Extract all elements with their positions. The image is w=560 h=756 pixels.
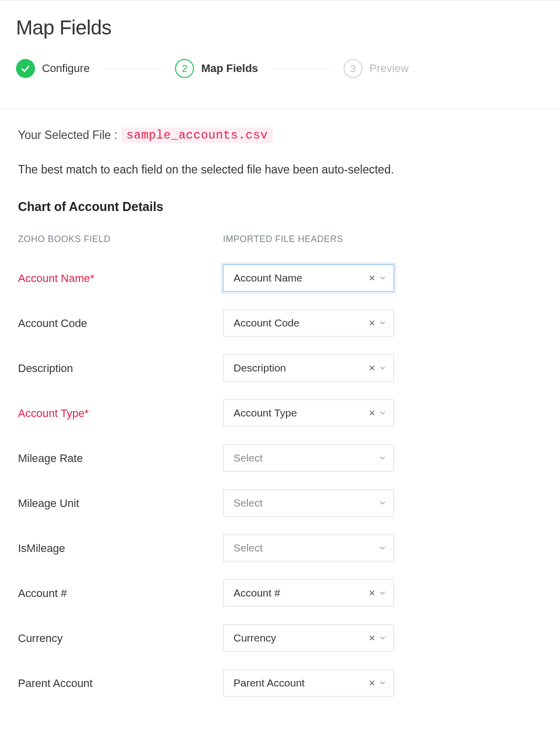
field-row: Mileage UnitSelect: [18, 490, 542, 516]
chevron-down-icon: [378, 499, 386, 507]
select-value: Description: [234, 362, 368, 374]
select-icons: ✕: [368, 273, 386, 284]
step-label: Map Fields: [201, 62, 258, 75]
stepper: Configure 2 Map Fields 3 Preview: [16, 59, 544, 78]
step-configure[interactable]: Configure: [16, 59, 90, 78]
clear-icon[interactable]: ✕: [368, 633, 376, 644]
field-label: Description: [18, 361, 223, 375]
field-select[interactable]: Select: [223, 490, 394, 516]
field-row: Account Name*Account Name✕: [18, 264, 542, 292]
clear-icon[interactable]: ✕: [368, 363, 376, 374]
chevron-down-icon: [378, 634, 386, 642]
columns-header: ZOHO BOOKS FIELD IMPORTED FILE HEADERS: [18, 234, 542, 244]
clear-icon[interactable]: ✕: [368, 318, 376, 328]
select-value: Account #: [234, 587, 368, 599]
field-select[interactable]: Account Code✕: [223, 310, 394, 336]
column-header-right: IMPORTED FILE HEADERS: [223, 234, 343, 244]
field-select[interactable]: Select: [223, 534, 394, 562]
select-value: Select: [234, 497, 378, 509]
field-row: Account #Account #✕: [18, 580, 542, 606]
select-icons: ✕: [368, 363, 386, 374]
chevron-down-icon: [378, 679, 386, 687]
field-row: Account Type*Account Type✕: [18, 400, 542, 426]
chevron-down-icon: [378, 364, 386, 372]
selected-file-row: Your Selected File : sample_accounts.csv: [18, 128, 542, 143]
field-select[interactable]: Account Type✕: [223, 400, 394, 426]
step-connector: [272, 68, 330, 69]
select-value: Currency: [234, 632, 368, 644]
field-select[interactable]: Select: [223, 444, 394, 472]
select-value: Select: [234, 452, 378, 464]
step-map-fields[interactable]: 2 Map Fields: [175, 59, 258, 78]
chevron-down-icon: [378, 544, 386, 552]
clear-icon[interactable]: ✕: [368, 588, 376, 598]
field-row: Mileage RateSelect: [18, 444, 542, 472]
intro-text: The best match to each field on the sele…: [18, 163, 542, 176]
chevron-down-icon: [378, 589, 386, 597]
field-label: Account Type*: [18, 406, 223, 420]
field-label: Mileage Unit: [18, 496, 223, 510]
step-label: Preview: [370, 62, 408, 75]
step-number-icon: 3: [344, 59, 362, 78]
select-icons: [378, 544, 386, 552]
field-select[interactable]: Account Name✕: [223, 264, 394, 292]
select-icons: [378, 499, 386, 507]
field-row: DescriptionDescription✕: [18, 354, 542, 382]
select-icons: ✕: [368, 678, 386, 688]
step-label: Configure: [42, 62, 90, 75]
field-row: Parent AccountParent Account✕: [18, 670, 542, 696]
field-label: Account Code: [18, 316, 223, 330]
select-value: Parent Account: [234, 677, 368, 689]
field-select[interactable]: Parent Account✕: [223, 670, 394, 696]
field-select[interactable]: Account #✕: [223, 580, 394, 606]
step-number-icon: 2: [175, 59, 194, 78]
check-icon: [16, 59, 35, 78]
select-value: Account Code: [234, 317, 368, 329]
select-icons: [378, 454, 386, 462]
select-icons: ✕: [368, 408, 386, 418]
field-row: IsMileageSelect: [18, 534, 542, 562]
select-icons: ✕: [368, 633, 386, 644]
selected-file-label: Your Selected File :: [18, 128, 118, 142]
field-label: IsMileage: [18, 541, 223, 555]
chevron-down-icon: [378, 274, 386, 282]
select-value: Select: [234, 542, 378, 554]
clear-icon[interactable]: ✕: [368, 678, 376, 688]
page-title: Map Fields: [16, 16, 544, 39]
field-row: Account CodeAccount Code✕: [18, 310, 542, 336]
section-heading: Chart of Account Details: [18, 200, 542, 214]
column-header-left: ZOHO BOOKS FIELD: [18, 234, 110, 244]
field-label: Account #: [18, 586, 223, 600]
clear-icon[interactable]: ✕: [368, 408, 376, 418]
field-select[interactable]: Description✕: [223, 354, 394, 382]
select-value: Account Type: [234, 407, 368, 419]
field-label: Currency: [18, 631, 223, 645]
field-label: Mileage Rate: [18, 451, 223, 465]
select-icons: ✕: [368, 318, 386, 328]
chevron-down-icon: [378, 454, 386, 462]
field-row: CurrencyCurrency✕: [18, 624, 542, 652]
field-label: Parent Account: [18, 676, 223, 690]
chevron-down-icon: [378, 409, 386, 417]
select-value: Account Name: [234, 272, 368, 284]
selected-file-name: sample_accounts.csv: [122, 128, 273, 143]
clear-icon[interactable]: ✕: [368, 273, 376, 284]
chevron-down-icon: [378, 319, 386, 327]
step-connector: [104, 68, 161, 69]
select-icons: ✕: [368, 588, 386, 598]
step-preview[interactable]: 3 Preview: [344, 59, 408, 78]
field-select[interactable]: Currency✕: [223, 624, 394, 652]
field-label: Account Name*: [18, 271, 223, 285]
